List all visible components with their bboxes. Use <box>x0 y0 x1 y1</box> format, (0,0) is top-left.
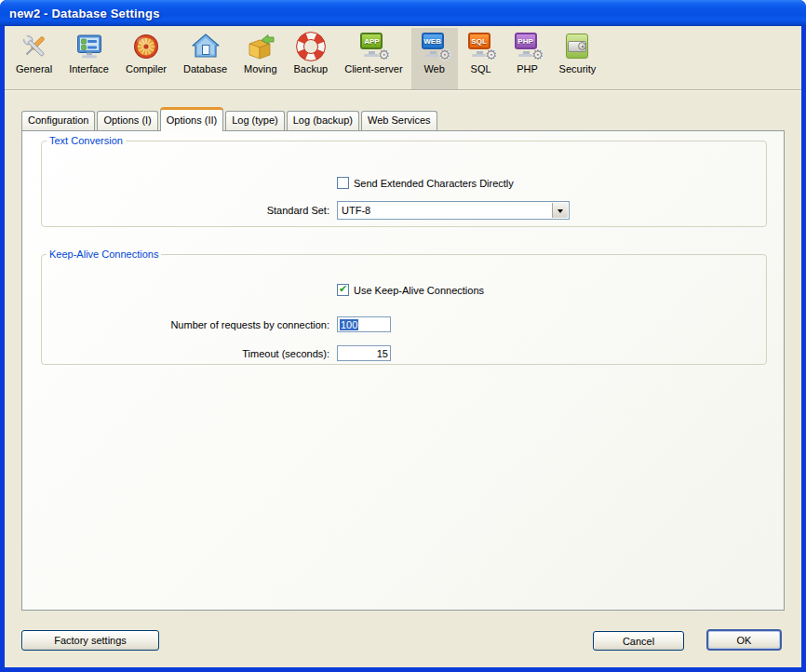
ok-button[interactable]: OK <box>706 629 782 651</box>
interface-monitor-icon <box>74 32 104 61</box>
timeout-value: 15 <box>377 348 388 359</box>
security-safe-icon <box>562 32 592 61</box>
text-conversion-group-label: Text Conversion <box>47 135 126 146</box>
tab-options-i[interactable]: Options (I) <box>97 111 157 130</box>
toolbar-item-label: Database <box>183 63 227 74</box>
factory-settings-button[interactable]: Factory settings <box>21 630 159 651</box>
titlebar[interactable]: new2 - Database Settings <box>0 0 806 26</box>
cancel-button[interactable]: Cancel <box>593 631 684 651</box>
toolbar-item-general[interactable]: General <box>7 28 60 89</box>
client-server-app-icon: APP ⚙ <box>358 32 388 61</box>
toolbar-item-label: Compiler <box>126 63 167 74</box>
requests-input[interactable]: 100 <box>337 316 391 332</box>
tab-log-backup[interactable]: Log (backup) <box>287 111 359 130</box>
gear-icon: ⚙ <box>438 48 450 62</box>
standard-set-row: Standard Set: UTF-8 <box>42 201 570 220</box>
toolbar-item-interface[interactable]: Interface <box>60 28 117 89</box>
toolbar-item-label: PHP <box>517 63 538 74</box>
standard-set-label: Standard Set: <box>42 205 329 216</box>
standard-set-value: UTF-8 <box>342 205 370 216</box>
toolbar-item-label: Interface <box>69 63 109 74</box>
timeout-label: Timeout (seconds): <box>42 348 329 359</box>
gear-icon: ⚙ <box>531 48 544 62</box>
toolbar-item-security[interactable]: Security <box>551 28 605 89</box>
toolbar-item-database[interactable]: Database <box>175 28 235 89</box>
gear-icon: ⚙ <box>378 48 390 62</box>
toolbar-item-label: Security <box>559 63 597 74</box>
tab-web-services[interactable]: Web Services <box>361 111 437 130</box>
toolbar-item-label: Backup <box>294 63 329 74</box>
database-home-icon <box>191 32 221 61</box>
toolbar-item-moving[interactable]: Moving <box>235 28 285 89</box>
tab-options-ii[interactable]: Options (II) <box>160 107 223 131</box>
toolbar-item-label: General <box>16 63 52 74</box>
toolbar-item-compiler[interactable]: Compiler <box>117 28 175 89</box>
settings-category-toolbar: General Interface <box>5 26 801 90</box>
chevron-down-icon <box>557 209 563 216</box>
timeout-row: Timeout (seconds): 15 <box>42 345 391 361</box>
general-tools-icon <box>20 32 49 61</box>
toolbar-item-web[interactable]: WEB ⚙ Web <box>411 28 458 89</box>
options-ii-tab-page: Text Conversion Send Extended Characters… <box>21 130 785 611</box>
toolbar-item-php[interactable]: PHP ⚙ PHP <box>504 28 551 89</box>
timeout-input[interactable]: 15 <box>337 345 391 361</box>
use-keep-alive-row: ✔ Use Keep-Alive Connections <box>337 284 484 296</box>
text-conversion-group: Text Conversion Send Extended Characters… <box>41 135 767 227</box>
toolbar-item-label: Moving <box>244 63 276 74</box>
toolbar-item-label: Web <box>423 63 444 74</box>
database-settings-dialog: new2 - Database Settings <box>0 0 806 672</box>
standard-set-dropdown-button[interactable] <box>552 203 568 218</box>
compiler-wheel-icon <box>131 32 161 61</box>
requests-label: Number of requests by connection: <box>42 319 329 330</box>
check-icon: ✔ <box>339 285 347 294</box>
keep-alive-group-label: Keep-Alive Connections <box>47 249 161 260</box>
dialog-body: General Interface <box>5 26 801 667</box>
use-keep-alive-label: Use Keep-Alive Connections <box>354 285 484 296</box>
send-extended-label: Send Extended Characters Directly <box>354 178 514 189</box>
window-title: new2 - Database Settings <box>9 7 160 20</box>
send-extended-row: Send Extended Characters Directly <box>337 177 514 189</box>
toolbar-item-backup[interactable]: Backup <box>286 28 337 89</box>
gear-icon: ⚙ <box>485 48 497 62</box>
requests-row: Number of requests by connection: 100 <box>42 316 391 332</box>
tab-configuration[interactable]: Configuration <box>21 111 95 130</box>
toolbar-item-label: Client-server <box>344 63 402 74</box>
standard-set-select[interactable]: UTF-8 <box>337 201 570 220</box>
toolbar-item-label: SQL <box>471 63 491 74</box>
web-icon: WEB ⚙ <box>420 32 450 61</box>
settings-tabstrip: Configuration Options (I) Options (II) L… <box>21 107 437 130</box>
toolbar-item-sql[interactable]: SQL ⚙ SQL <box>458 28 504 89</box>
sql-icon: SQL ⚙ <box>466 32 496 61</box>
keep-alive-group: Keep-Alive Connections ✔ Use Keep-Alive … <box>41 249 767 365</box>
tab-log-type[interactable]: Log (type) <box>225 111 285 130</box>
toolbar-item-client-server[interactable]: APP ⚙ Client-server <box>336 28 410 89</box>
use-keep-alive-checkbox[interactable]: ✔ <box>337 284 349 296</box>
moving-box-icon <box>246 32 275 61</box>
send-extended-checkbox[interactable] <box>337 177 349 189</box>
php-icon: PHP ⚙ <box>513 32 543 61</box>
backup-lifesaver-icon <box>296 32 326 61</box>
requests-value-selected: 100 <box>340 319 358 330</box>
